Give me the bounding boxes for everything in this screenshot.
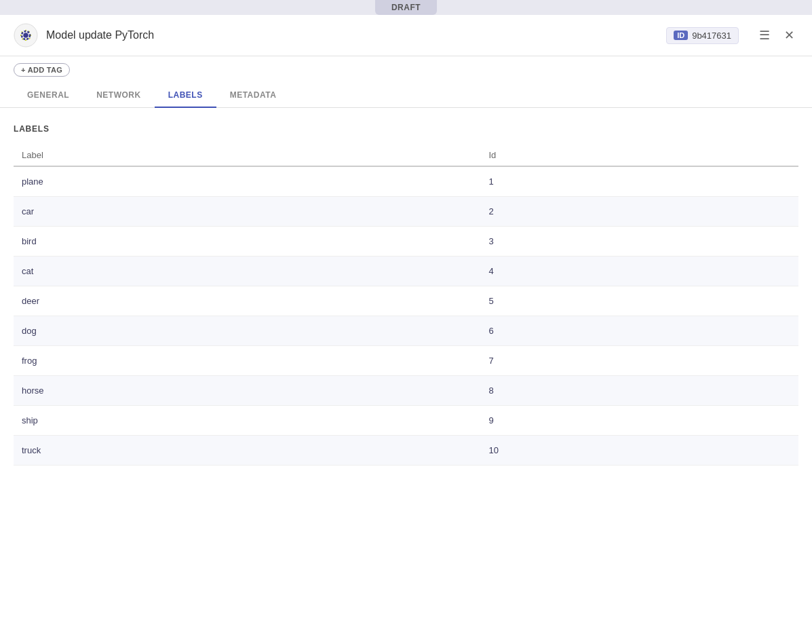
cell-id: 4 [480, 257, 798, 286]
cell-label: ship [14, 406, 480, 436]
column-header-label: Label [14, 145, 480, 166]
table-row: ship9 [14, 406, 798, 436]
tag-row: + ADD TAG [0, 56, 812, 83]
draft-label: DRAFT [375, 0, 437, 15]
tab-general[interactable]: GENERAL [14, 83, 83, 108]
id-value: 9b417631 [692, 31, 731, 41]
cell-label: bird [14, 227, 480, 257]
column-header-id: Id [480, 145, 798, 166]
main-content: LABELS Label Id plane1car2bird3cat4deer5… [0, 108, 812, 482]
table-row: truck10 [14, 436, 798, 466]
cell-id: 9 [480, 406, 798, 436]
nav-tabs: GENERAL NETWORK LABELS METADATA [0, 83, 812, 108]
table-row: car2 [14, 197, 798, 227]
close-button[interactable]: ✕ [779, 26, 798, 45]
tab-metadata[interactable]: METADATA [216, 83, 290, 108]
hamburger-menu-button[interactable]: ☰ [755, 26, 774, 45]
table-row: plane1 [14, 166, 798, 197]
table-row: cat4 [14, 257, 798, 286]
id-label-text: ID [674, 31, 688, 40]
cell-label: car [14, 197, 480, 227]
svg-point-1 [24, 33, 28, 38]
table-row: frog7 [14, 346, 798, 376]
cell-label: dog [14, 316, 480, 346]
id-badge: ID 9b417631 [666, 27, 739, 44]
cell-id: 2 [480, 197, 798, 227]
tab-labels[interactable]: LABELS [155, 83, 216, 108]
cell-id: 10 [480, 436, 798, 466]
cell-label: cat [14, 257, 480, 286]
app-title: Model update PyTorch [46, 29, 666, 41]
table-row: dog6 [14, 316, 798, 346]
cell-id: 8 [480, 376, 798, 406]
cell-id: 6 [480, 316, 798, 346]
cell-id: 5 [480, 286, 798, 316]
labels-section-title: LABELS [14, 124, 798, 134]
cell-label: horse [14, 376, 480, 406]
table-row: horse8 [14, 376, 798, 406]
tab-network[interactable]: NETWORK [83, 83, 155, 108]
cell-label: plane [14, 166, 480, 197]
cell-id: 7 [480, 346, 798, 376]
draft-bar: DRAFT [0, 0, 812, 15]
app-logo-icon [14, 23, 38, 48]
cell-label: frog [14, 346, 480, 376]
table-row: deer5 [14, 286, 798, 316]
cell-label: deer [14, 286, 480, 316]
add-tag-button[interactable]: + ADD TAG [14, 63, 70, 77]
cell-label: truck [14, 436, 480, 466]
table-header-row: Label Id [14, 145, 798, 166]
cell-id: 1 [480, 166, 798, 197]
header: Model update PyTorch ID 9b417631 ☰ ✕ [0, 15, 812, 56]
labels-table: Label Id plane1car2bird3cat4deer5dog6fro… [14, 145, 798, 466]
table-row: bird3 [14, 227, 798, 257]
cell-id: 3 [480, 227, 798, 257]
